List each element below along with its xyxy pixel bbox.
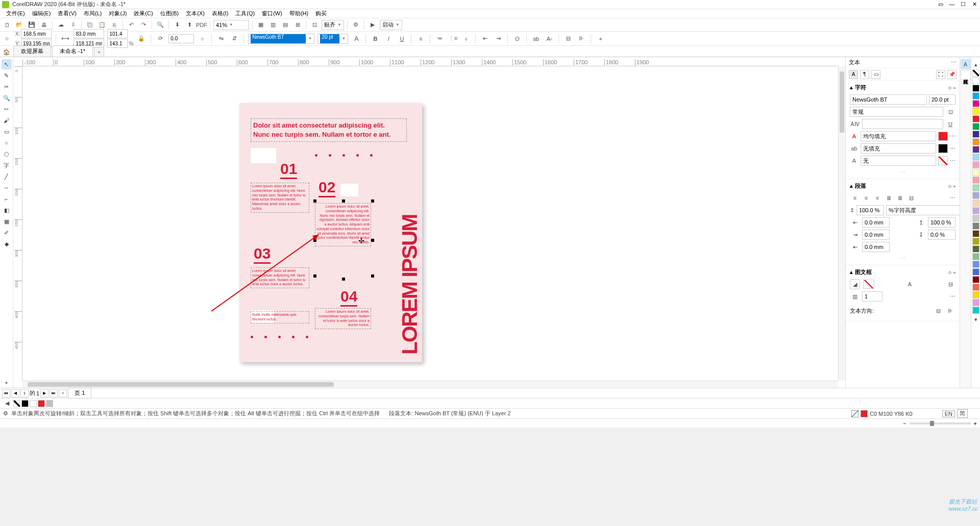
number-01[interactable]: 01 — [280, 160, 297, 179]
numbering-icon[interactable]: ⋮≡ — [448, 34, 458, 44]
dir-v-icon[interactable]: ⊪ — [945, 306, 955, 316]
color-swatch[interactable] — [972, 291, 979, 298]
polygon-tool-icon[interactable]: ⬠ — [2, 149, 12, 159]
line-spacing-input[interactable] — [856, 205, 884, 215]
align-none-icon[interactable]: ⊟ — [906, 193, 916, 203]
section-more-icon[interactable]: ⋯ — [850, 169, 955, 176]
color-swatch[interactable] — [972, 131, 979, 138]
fill-type-input[interactable] — [861, 131, 936, 141]
docker-size-input[interactable] — [929, 94, 955, 105]
text-props-icon[interactable]: A▫ — [544, 34, 554, 44]
color-swatch[interactable] — [972, 207, 979, 214]
outline-color-swatch[interactable] — [938, 156, 948, 165]
kerning-input[interactable] — [862, 119, 943, 129]
color-swatch[interactable] — [972, 92, 979, 99]
color-swatch[interactable] — [972, 161, 979, 168]
page-artwork[interactable]: LOREM IPSUM Dolor sit amet consectetur a… — [239, 103, 422, 362]
indent-right-input[interactable] — [862, 230, 890, 240]
scale-x-input[interactable] — [107, 29, 128, 38]
more-icon[interactable]: ▫ — [953, 269, 955, 275]
color-swatch[interactable] — [972, 199, 979, 207]
color-swatch[interactable] — [972, 192, 979, 199]
launch-icon[interactable]: ▶ — [368, 20, 378, 30]
scroll-thumb[interactable] — [28, 382, 334, 387]
zoom-slider[interactable] — [910, 422, 971, 424]
align-full-icon[interactable]: ≣ — [895, 193, 905, 203]
ruler-horizontal[interactable]: -100010020030040050060070080090010001100… — [22, 57, 838, 66]
scroll-thumb[interactable] — [840, 71, 844, 133]
color-swatch[interactable] — [30, 400, 37, 407]
ellipse-tool-icon[interactable]: ○ — [2, 138, 12, 148]
color-swatch[interactable] — [21, 400, 29, 407]
docker-menu-icon[interactable]: ⋯ — [951, 59, 957, 66]
mirror-v-icon[interactable]: ⇵ — [229, 34, 239, 44]
frame-fill-icon[interactable]: ◢ — [850, 279, 860, 289]
increase-font-icon[interactable]: A — [351, 34, 361, 44]
scrollbar-vertical[interactable] — [838, 66, 845, 381]
minimize-icon[interactable]: — — [948, 1, 955, 8]
indent-dec-icon[interactable]: ⇤ — [480, 34, 490, 44]
char-format-icon[interactable]: O — [512, 34, 522, 44]
export-icon[interactable]: ⬆ — [184, 20, 194, 30]
page-index[interactable]: 1 — [20, 389, 29, 397]
text-dir-h-icon[interactable]: ⊟ — [563, 34, 573, 44]
color-swatch[interactable] — [972, 146, 979, 153]
tab-welcome[interactable]: 欢迎屏幕 — [13, 45, 51, 57]
prev-page-icon[interactable]: ◀ — [11, 389, 19, 397]
frame-tab-icon[interactable]: ▭ — [871, 70, 880, 79]
more-icon[interactable]: ▫ — [953, 85, 955, 91]
text-block[interactable]: Nulla mollis malesuada quis tincidunt lu… — [251, 311, 309, 323]
indent-inc-icon[interactable]: ⇥ — [493, 34, 503, 44]
text-block[interactable]: Lorem ipsum dolor sit amet, consectetuer… — [251, 267, 309, 288]
redo-icon[interactable]: ↷ — [138, 20, 149, 30]
fill-swatch[interactable] — [861, 410, 868, 417]
bold-icon[interactable]: B — [370, 34, 380, 44]
launch-combo[interactable]: 启动▼ — [380, 20, 402, 30]
color-swatch[interactable] — [972, 253, 979, 260]
snap-combo[interactable]: 贴齐▼ — [322, 20, 344, 30]
units-icon[interactable]: ○ — [197, 34, 207, 44]
color-swatch[interactable] — [972, 115, 979, 122]
color-swatch[interactable] — [972, 77, 979, 84]
rectangle-tool-icon[interactable]: ▭ — [2, 127, 12, 137]
para-tab-icon[interactable]: ¶ — [860, 70, 869, 79]
fullscreen-icon[interactable]: ▦ — [256, 20, 266, 30]
reset-icon[interactable]: ○ — [948, 269, 951, 275]
text-docker-tab-icon[interactable]: A — [961, 59, 971, 69]
hpal-left-icon[interactable]: ◀ — [2, 398, 12, 409]
rulers-icon[interactable]: ▥ — [268, 20, 278, 30]
docker-font-input[interactable] — [850, 94, 927, 105]
color-swatch[interactable] — [972, 261, 979, 268]
clipboard-icon[interactable]: ⎘ — [109, 20, 119, 30]
cols-more-icon[interactable]: ⋯ — [950, 293, 955, 300]
zoom-tool-icon[interactable]: 🔍 — [2, 93, 12, 103]
cloud-down-icon[interactable]: ⇩ — [68, 20, 78, 30]
options-icon[interactable]: ⚙ — [351, 20, 361, 30]
last-page-icon[interactable]: ⏭ — [50, 389, 58, 397]
first-page-icon[interactable]: ⏮ — [2, 389, 10, 397]
freehand-tool-icon[interactable]: ✏ — [2, 104, 12, 114]
connector-tool-icon[interactable]: ⌐ — [2, 194, 12, 204]
color-swatch[interactable] — [972, 215, 979, 222]
collapse-icon[interactable]: ▴ — [850, 183, 853, 189]
italic-icon[interactable]: I — [383, 34, 394, 44]
menu-view[interactable]: 查看(V) — [55, 10, 80, 17]
number-02[interactable]: 02 — [318, 179, 335, 197]
print-icon[interactable]: 🖶 — [39, 20, 49, 30]
menu-help[interactable]: 帮助(H) — [286, 10, 311, 17]
frame-align-icon[interactable]: ⊟ — [945, 279, 955, 289]
color-swatch[interactable] — [972, 268, 979, 275]
copy-icon[interactable]: ⿻ — [85, 20, 95, 30]
font-combo[interactable]: NewsGoth BT▼ — [248, 34, 314, 44]
text-dir-v-icon[interactable]: ⊪ — [576, 34, 586, 44]
color-swatch[interactable] — [972, 123, 979, 130]
zoom-out-icon[interactable]: − — [903, 420, 906, 427]
import-icon[interactable]: ⬇ — [172, 20, 182, 30]
color-swatch[interactable] — [972, 230, 979, 237]
add-prop-icon[interactable]: + — [595, 34, 605, 44]
search-icon[interactable]: 🔍 — [155, 20, 165, 30]
selection-handle[interactable] — [313, 274, 316, 278]
bullets-icon[interactable]: ≔ — [434, 34, 445, 44]
color-swatch[interactable] — [972, 177, 979, 184]
color-swatch[interactable] — [972, 238, 979, 245]
